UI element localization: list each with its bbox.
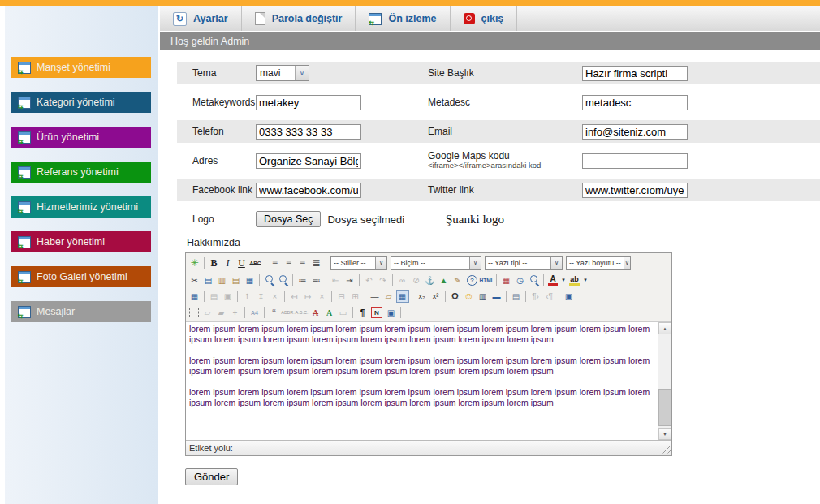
adv-hr-icon[interactable]: ▬	[490, 290, 503, 303]
resize-grip[interactable]	[660, 443, 671, 454]
scroll-up-button[interactable]: ▲	[658, 322, 671, 334]
delete-col-icon[interactable]: ×	[316, 290, 329, 303]
paste-icon[interactable]: ▥	[216, 274, 229, 286]
ltr-icon[interactable]: ¶›	[529, 290, 542, 303]
rtl-icon[interactable]: ‹¶	[543, 290, 556, 303]
editor-scrollbar[interactable]: ▲ ▼	[658, 322, 671, 440]
row-props-icon[interactable]: ▤	[208, 290, 221, 303]
font-family-select[interactable]: -- Yazı tipi --∨	[485, 256, 563, 270]
logout-button[interactable]: çıkış	[451, 6, 518, 31]
choose-file-button[interactable]: Dosya Seç	[256, 211, 321, 227]
sidebar-item-haber[interactable]: Haber yönetimi	[11, 231, 151, 252]
insert-layer-icon[interactable]	[189, 308, 199, 317]
media-icon[interactable]: ▥	[477, 290, 490, 303]
image-icon[interactable]: ▲	[438, 274, 451, 286]
sidebar-item-fotogaleri[interactable]: Foto Galeri yönetimi	[11, 266, 151, 287]
submit-button[interactable]: Gönder	[185, 468, 238, 485]
insert-table-icon[interactable]: ▦	[188, 290, 201, 303]
superscript-icon[interactable]: x²	[429, 290, 442, 303]
undo-icon[interactable]: ↶	[363, 274, 376, 286]
insert-time-icon[interactable]: ◷	[514, 274, 527, 286]
fullscreen-icon[interactable]: ▣	[563, 290, 576, 303]
split-cells-icon[interactable]: ⊟	[335, 290, 348, 303]
preview-button[interactable]: Ön izleme	[356, 6, 450, 31]
sidebar-item-referans[interactable]: Referans yönetimi	[11, 162, 151, 183]
move-backward-icon[interactable]: ▰	[215, 306, 228, 319]
nonbreaking-icon[interactable]: N	[371, 307, 382, 318]
remove-format-icon[interactable]: ▱	[382, 290, 395, 303]
italic-icon[interactable]: I	[222, 256, 235, 269]
preview-icon[interactable]	[528, 274, 541, 286]
forecolor-caret-icon[interactable]: ▾	[560, 274, 568, 286]
underline-icon[interactable]: U	[235, 256, 248, 269]
backcolor-icon[interactable]: ab	[569, 275, 580, 286]
editor-logo-icon[interactable]: ✳	[188, 256, 201, 269]
numbered-list-icon[interactable]: ≕	[310, 274, 323, 286]
charmap-icon[interactable]: Ω	[449, 290, 462, 303]
scroll-down-button[interactable]: ▼	[658, 428, 671, 440]
cut-icon[interactable]: ✂	[188, 274, 201, 286]
align-right-icon[interactable]: ≡	[296, 256, 309, 269]
metakeywords-input[interactable]	[256, 95, 361, 110]
cite-icon[interactable]: ABBR.	[282, 306, 295, 319]
sidebar-item-mesajlar[interactable]: Mesajlar	[11, 301, 151, 322]
backcolor-caret-icon[interactable]: ▾	[582, 274, 589, 286]
google-maps-input[interactable]	[582, 153, 688, 169]
insert-date-icon[interactable]: ▦	[500, 274, 513, 286]
attribs-icon[interactable]: ▭	[337, 306, 350, 319]
scrollbar-thumb[interactable]	[658, 389, 671, 426]
forecolor-icon[interactable]: A	[548, 275, 558, 286]
unlink-icon[interactable]: ⊘	[410, 274, 423, 286]
del-icon[interactable]: A	[309, 306, 322, 319]
redo-icon[interactable]: ↷	[377, 274, 390, 286]
col-after-icon[interactable]: ↦	[302, 290, 315, 303]
editor-body[interactable]: lorem ipsum lorem ipsum lorem ipsum lore…	[186, 322, 671, 440]
abbr-icon[interactable]: A.B.C.	[296, 306, 309, 319]
delete-row-icon[interactable]: ×	[269, 290, 282, 303]
find-replace-icon[interactable]	[277, 274, 290, 286]
styles-select[interactable]: -- Stiller --∨	[330, 256, 387, 270]
move-forward-icon[interactable]: ▱	[201, 306, 214, 319]
bullet-list-icon[interactable]: ≔	[296, 274, 309, 286]
sidebar-item-urun[interactable]: Ürün yönetimi	[11, 127, 151, 148]
twitter-input[interactable]	[582, 183, 688, 198]
font-size-select[interactable]: -- Yazı boyutu --∨	[566, 256, 631, 270]
adres-input[interactable]	[256, 153, 361, 169]
blockquote-icon[interactable]: “	[268, 306, 281, 319]
emoticons-icon[interactable]: ☺	[463, 290, 476, 303]
bold-icon[interactable]: B	[208, 256, 221, 269]
facebook-input[interactable]	[256, 183, 361, 198]
help-icon[interactable]: ?	[467, 275, 477, 286]
style-props-icon[interactable]: A4	[248, 306, 261, 319]
ins-icon[interactable]: A	[323, 306, 336, 319]
site-title-input[interactable]	[582, 66, 688, 81]
paste-word-icon[interactable]: ▦	[244, 274, 257, 286]
anchor-icon[interactable]: ⚓	[424, 274, 437, 286]
visual-aid-icon[interactable]: ▦	[396, 290, 409, 303]
align-center-icon[interactable]: ≡	[283, 256, 296, 269]
cleanup-icon[interactable]: ✎	[451, 274, 464, 286]
row-after-icon[interactable]: ↧	[255, 290, 268, 303]
metadesc-input[interactable]	[582, 95, 688, 110]
telefon-input[interactable]	[256, 124, 361, 140]
change-password-button[interactable]: Parola değiştir	[242, 6, 356, 31]
find-icon[interactable]	[263, 274, 276, 286]
template-icon[interactable]: ▣	[385, 306, 398, 319]
html-code-icon[interactable]: HTML	[481, 274, 494, 286]
cell-props-icon[interactable]: ▣	[222, 290, 235, 303]
row-before-icon[interactable]: ↥	[241, 290, 254, 303]
strikethrough-icon[interactable]: ABC	[249, 256, 262, 269]
link-icon[interactable]: ∞	[396, 274, 409, 286]
sidebar-item-manset[interactable]: Manşet yönetimi	[11, 57, 151, 78]
col-before-icon[interactable]: ↤	[288, 290, 301, 303]
align-left-icon[interactable]: ≡	[269, 256, 282, 269]
hr-icon[interactable]: —	[369, 290, 382, 303]
sidebar-item-hizmetlerimiz[interactable]: Hizmetlerimiz yönetimi	[11, 196, 151, 218]
copy-icon[interactable]: ▤	[202, 274, 215, 286]
subscript-icon[interactable]: x₂	[416, 290, 429, 303]
editor-text-area[interactable]: lorem ipsum lorem ipsum lorem ipsum lore…	[186, 322, 658, 440]
merge-cells-icon[interactable]: ⊞	[349, 290, 362, 303]
format-select[interactable]: -- Biçim --∨	[391, 256, 481, 270]
email-input[interactable]	[582, 124, 688, 140]
paste-text-icon[interactable]: ▤	[230, 274, 243, 286]
